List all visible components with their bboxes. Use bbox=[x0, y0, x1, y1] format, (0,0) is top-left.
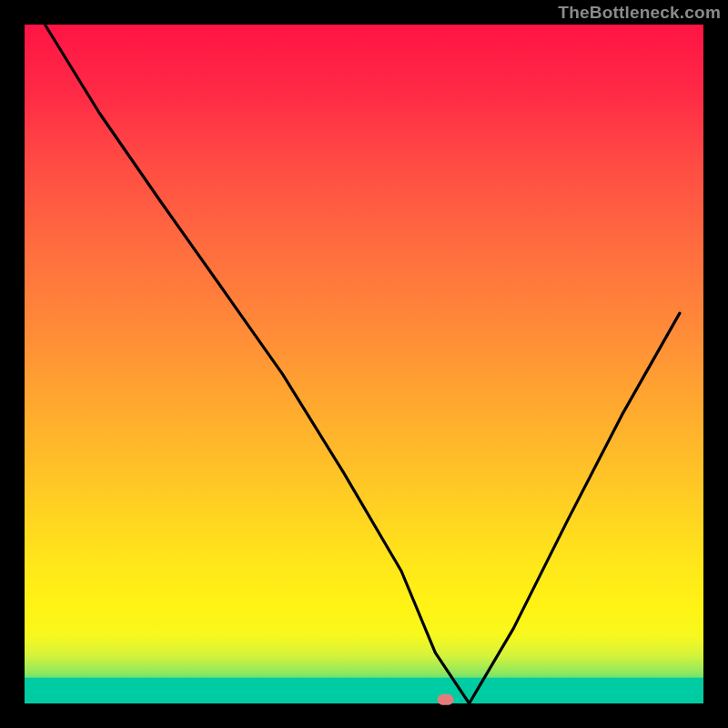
plot-background bbox=[25, 25, 703, 703]
optimal-zone-band bbox=[25, 678, 703, 703]
bottleneck-marker bbox=[438, 694, 454, 705]
watermark-text: TheBottleneck.com bbox=[558, 3, 721, 23]
bottleneck-chart bbox=[0, 0, 728, 728]
chart-stage: TheBottleneck.com bbox=[0, 0, 728, 728]
